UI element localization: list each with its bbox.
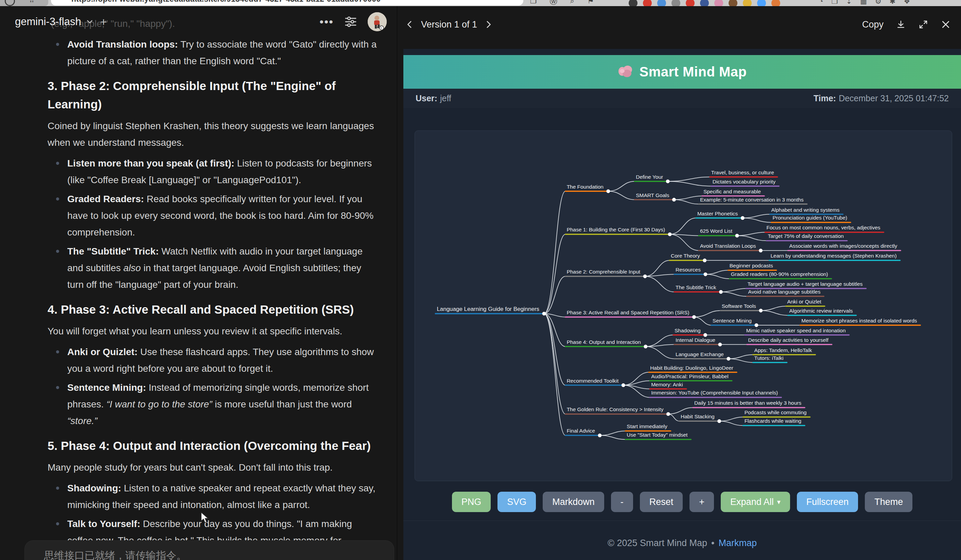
mindmap-junction[interactable]	[719, 290, 723, 294]
mindmap-node-label[interactable]: SMART Goals	[636, 193, 669, 198]
markdown-button[interactable]: Markdown	[543, 492, 604, 512]
mindmap-junction[interactable]	[644, 345, 648, 348]
mindmap-node-label[interactable]: The Subtitle Trick	[675, 284, 716, 290]
system-tray-icons[interactable]: ◔ ❒ ⇣ ▦ ⚙ ✱ ❖	[819, 0, 910, 5]
extension-icon[interactable]	[657, 0, 666, 6]
mindmap-node-label[interactable]: Start immediately	[627, 424, 667, 429]
svg-button[interactable]: SVG	[498, 492, 536, 512]
mindmap-junction[interactable]	[718, 343, 722, 346]
mindmap-node-label[interactable]: Phase 3: Active Recall and Spaced Repeti…	[567, 310, 689, 315]
mindmap-junction[interactable]	[741, 216, 744, 220]
zoom-out-button[interactable]: -	[611, 492, 633, 512]
mindmap-node-label[interactable]: Immersion: YouTube (Comprehensible Input…	[651, 390, 778, 396]
fullscreen-button[interactable]: Fullscreen	[797, 492, 858, 512]
puzzle-icon[interactable]: ❖	[903, 0, 910, 5]
mindmap-node-label[interactable]: Focus on most common nouns, verbs, adjec…	[767, 225, 881, 230]
model-name[interactable]: gemini-3-flash	[15, 16, 81, 28]
mindmap-junction[interactable]	[703, 258, 707, 262]
extension-icon[interactable]	[686, 0, 694, 6]
mindmap-node-label[interactable]: Phase 4: Output and Interaction	[567, 339, 641, 345]
png-button[interactable]: PNG	[452, 492, 491, 512]
url-text[interactable]: https://open-webui.yangtzedaidata.site/c…	[71, 0, 381, 4]
mindmap-node-label[interactable]: Habit Stacking	[681, 414, 715, 419]
mindmap-node-label[interactable]: Define Your	[636, 174, 663, 180]
translate-icon[interactable]: ⓦ	[550, 0, 557, 6]
extension-icon[interactable]	[672, 0, 680, 6]
mindmap-junction[interactable]	[643, 274, 647, 278]
mindmap-node-label[interactable]: Learn by understanding messages (Stephen…	[771, 253, 897, 258]
mindmap-junction[interactable]	[759, 308, 763, 312]
mindmap-junction[interactable]	[754, 323, 758, 327]
mindmap-node-label[interactable]: Language Learning Guide for Beginners	[437, 306, 539, 312]
new-chat-plus-icon[interactable]: +	[100, 15, 107, 29]
mindmap-node-label[interactable]: The Foundation	[567, 184, 604, 189]
search-icon[interactable]: ⌕	[570, 0, 574, 6]
mindmap-node-label[interactable]: Habit Building: Duolingo, LingoDeer	[650, 365, 733, 371]
mindmap-node-label[interactable]: Example: 5-minute conversation in 3 mont…	[700, 197, 804, 202]
mindmap-node-label[interactable]: Mimic native speaker speed and intonatio…	[746, 327, 846, 333]
extension-icon[interactable]	[629, 0, 638, 6]
close-icon[interactable]	[941, 19, 951, 30]
extension-icon[interactable]	[728, 0, 738, 6]
extension-icon[interactable]	[643, 0, 652, 6]
mindmap-node-label[interactable]: Phase 2: Comprehensible Input	[567, 269, 641, 274]
mindmap-node-label[interactable]: Associate words with images/concepts dir…	[789, 243, 897, 249]
mindmap-node-label[interactable]: Recommended Toolkit	[567, 378, 619, 383]
mindmap-node-label[interactable]: Algorithmic review intervals	[789, 308, 853, 314]
mindmap-junction[interactable]	[606, 189, 610, 193]
mindmap-junction[interactable]	[542, 311, 546, 315]
mindmap-canvas[interactable]: Language Learning Guide for BeginnersThe…	[415, 130, 952, 481]
mindmap-junction[interactable]	[622, 383, 625, 387]
mindmap-junction[interactable]	[668, 233, 672, 236]
mindmap-node-label[interactable]: Daily 15 minutes is better than weekly 3…	[694, 400, 802, 406]
mindmap-node-label[interactable]: The Golden Rule: Consistency > Intensity	[567, 406, 664, 412]
bookmark-icon[interactable]: ⚑	[587, 0, 594, 6]
mindmap-junction[interactable]	[726, 357, 730, 361]
mindmap-node-label[interactable]: Beginner podcasts	[730, 263, 773, 268]
address-bar[interactable]: https://open-webui.yangtzedaidata.site/c…	[51, 0, 523, 5]
download-tray-icon[interactable]: ⇣	[846, 0, 852, 5]
mindmap-node-label[interactable]: Avoid Translation Loops	[700, 243, 756, 249]
fullscreen-expand-icon[interactable]	[918, 19, 928, 30]
mindmap-node-label[interactable]: Internal Dialogue	[675, 337, 715, 343]
mindmap-junction[interactable]	[692, 315, 696, 319]
expand-all-button[interactable]: Expand All▾	[721, 492, 790, 512]
mindmap-node-label[interactable]: Graded readers (80-90% comprehension)	[731, 271, 828, 277]
mindmap-node-label[interactable]: Target language audio + target language …	[747, 281, 863, 287]
mindmap-node-label[interactable]: Memory: Anki	[651, 382, 683, 387]
mindmap-node-label[interactable]: Describe daily activities to yourself	[748, 337, 829, 343]
mindmap-junction[interactable]	[666, 412, 670, 416]
reader-icon[interactable]: ❐	[530, 0, 537, 6]
mindmap-junction[interactable]	[666, 180, 670, 183]
mindmap-node-label[interactable]: Master Phonetics	[697, 211, 738, 217]
mindmap-node-label[interactable]: Dictates vocabulary priority	[713, 179, 776, 185]
mindmap-junction[interactable]	[598, 433, 601, 437]
model-selector[interactable]: gemini-3-flash +	[15, 15, 107, 29]
extension-icon[interactable]	[743, 0, 752, 6]
extension-icon[interactable]	[771, 0, 780, 6]
mindmap-node-label[interactable]: Language Exchange	[675, 351, 724, 357]
avatar[interactable]	[368, 12, 387, 31]
zoom-in-button[interactable]: +	[689, 492, 714, 512]
extension-icon[interactable]	[757, 0, 766, 6]
previous-version-icon[interactable]	[405, 19, 415, 30]
mindmap-node-label[interactable]: Tutors: iTalki	[754, 355, 784, 361]
tab-grid-icon[interactable]: ⠿	[29, 0, 38, 4]
mindmap-node-label[interactable]: Sentence Mining	[713, 318, 752, 324]
mindmap-svg[interactable]: Language Learning Guide for BeginnersThe…	[415, 131, 952, 481]
mindmap-junction[interactable]	[759, 249, 763, 252]
mindmap-node-label[interactable]: Resources	[675, 267, 701, 273]
mindmap-node-label[interactable]: Travel, business, or culture	[711, 170, 774, 175]
markmap-link[interactable]: Markmap	[718, 538, 757, 549]
mindmap-node-label[interactable]: Alphabet and writing systems	[771, 207, 839, 213]
mindmap-node-label[interactable]: Software Tools	[722, 303, 756, 309]
mindmap-node-label[interactable]: Target 75% of daily conversation	[768, 233, 844, 239]
mindmap-junction[interactable]	[704, 273, 707, 276]
grid-icon[interactable]: ▦	[860, 0, 867, 5]
mindmap-node-label[interactable]: Shadowing	[675, 327, 701, 333]
windows-icon[interactable]: ❒	[831, 0, 838, 5]
mindmap-node-label[interactable]: Audio/Practical: Pimsleur, Babbel	[651, 374, 728, 379]
mindmap-node-label[interactable]: Phase 1: Building the Core (First 30 Day…	[567, 227, 665, 233]
mindmap-node-label[interactable]: Podcasts while commuting	[744, 409, 807, 415]
paw-icon[interactable]: ✱	[890, 0, 896, 5]
